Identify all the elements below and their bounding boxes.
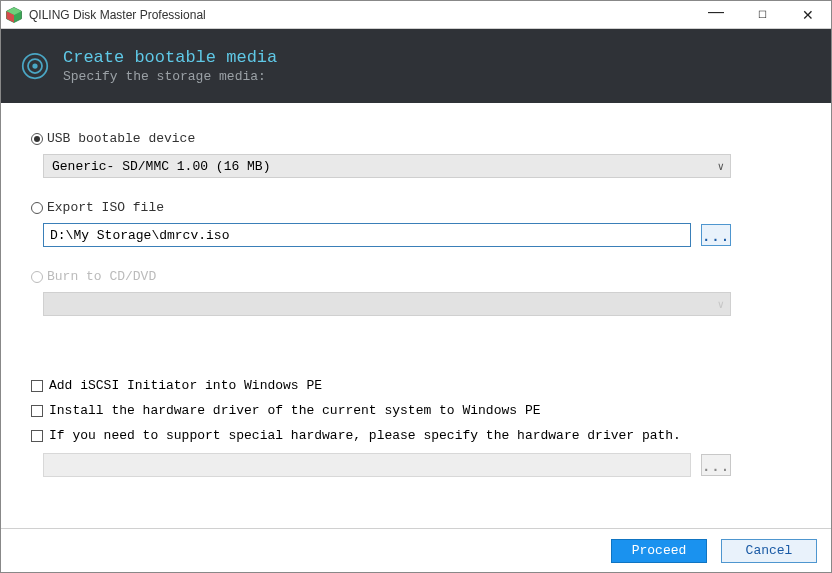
option-iso-row: Export ISO file	[31, 200, 801, 215]
radio-burn-label: Burn to CD/DVD	[47, 269, 156, 284]
radio-iso-label[interactable]: Export ISO file	[47, 200, 164, 215]
chevron-down-icon: ∨	[717, 298, 724, 311]
window-controls: — ☐ ✕	[693, 1, 831, 28]
checkbox-hw-driver-label[interactable]: Install the hardware driver of the curre…	[49, 403, 540, 418]
special-hw-row: If you need to support special hardware,…	[31, 428, 801, 443]
option-burn-row: Burn to CD/DVD	[31, 269, 801, 284]
driver-browse-button: ...	[701, 454, 731, 476]
checkbox-iscsi-label[interactable]: Add iSCSI Initiator into Windows PE	[49, 378, 322, 393]
chevron-down-icon: ∨	[717, 160, 724, 173]
options-checkboxes: Add iSCSI Initiator into Windows PE Inst…	[31, 378, 801, 477]
maximize-button[interactable]: ☐	[739, 1, 785, 28]
app-logo-icon	[5, 6, 23, 24]
window-title: QILING Disk Master Professional	[29, 8, 206, 22]
page-subtitle: Specify the storage media:	[63, 69, 277, 84]
iso-path-input[interactable]: D:\My Storage\dmrcv.iso	[43, 223, 691, 247]
page-header: Create bootable media Specify the storag…	[1, 29, 831, 103]
content-area: USB bootable device Generic- SD/MMC 1.00…	[1, 103, 831, 477]
cancel-button[interactable]: Cancel	[721, 539, 817, 563]
radio-burn	[31, 271, 43, 283]
proceed-button[interactable]: Proceed	[611, 539, 707, 563]
checkbox-hw-driver[interactable]	[31, 405, 43, 417]
header-disk-icon	[21, 52, 49, 80]
driver-path-input	[43, 453, 691, 477]
burn-device-select: ∨	[43, 292, 731, 316]
usb-device-value: Generic- SD/MMC 1.00 (16 MB)	[52, 159, 270, 174]
title-bar: QILING Disk Master Professional — ☐ ✕	[1, 1, 831, 29]
close-button[interactable]: ✕	[785, 1, 831, 28]
checkbox-special-hw[interactable]	[31, 430, 43, 442]
radio-usb-label[interactable]: USB bootable device	[47, 131, 195, 146]
radio-iso[interactable]	[31, 202, 43, 214]
iso-browse-button[interactable]: ...	[701, 224, 731, 246]
iscsi-row: Add iSCSI Initiator into Windows PE	[31, 378, 801, 393]
usb-device-select[interactable]: Generic- SD/MMC 1.00 (16 MB) ∨	[43, 154, 731, 178]
iso-path-value: D:\My Storage\dmrcv.iso	[50, 228, 229, 243]
hw-driver-row: Install the hardware driver of the curre…	[31, 403, 801, 418]
minimize-button[interactable]: —	[693, 1, 739, 28]
checkbox-special-hw-label[interactable]: If you need to support special hardware,…	[49, 428, 681, 443]
option-usb-row: USB bootable device	[31, 131, 801, 146]
footer: Proceed Cancel	[1, 528, 831, 572]
checkbox-iscsi[interactable]	[31, 380, 43, 392]
svg-point-5	[32, 63, 37, 68]
radio-usb[interactable]	[31, 133, 43, 145]
page-title: Create bootable media	[63, 48, 277, 67]
